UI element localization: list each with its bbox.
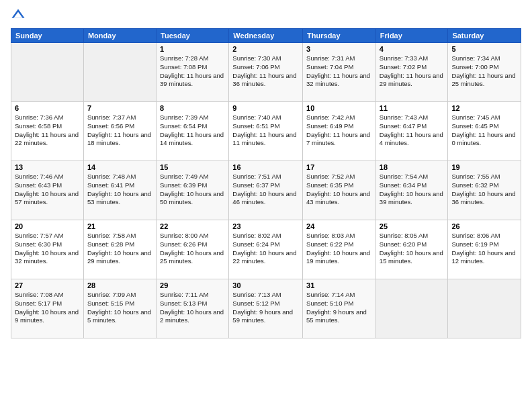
day-number: 31 <box>306 281 372 289</box>
day-number: 5 <box>451 45 517 53</box>
calendar-cell <box>375 279 448 338</box>
calendar-cell: 19Sunrise: 7:55 AMSunset: 6:32 PMDayligh… <box>448 161 521 220</box>
calendar-cell: 17Sunrise: 7:52 AMSunset: 6:35 PMDayligh… <box>303 161 376 220</box>
calendar-week-row: 27Sunrise: 7:08 AMSunset: 5:17 PMDayligh… <box>11 279 521 338</box>
calendar-cell: 26Sunrise: 8:06 AMSunset: 6:19 PMDayligh… <box>448 220 521 279</box>
day-number: 8 <box>160 104 225 112</box>
day-info: Sunrise: 8:05 AMSunset: 6:20 PMDaylight:… <box>380 232 445 266</box>
day-info: Sunrise: 7:48 AMSunset: 6:41 PMDaylight:… <box>87 173 152 207</box>
logo-icon <box>11 8 26 23</box>
day-info: Sunrise: 7:43 AMSunset: 6:47 PMDaylight:… <box>380 113 445 148</box>
day-number: 22 <box>160 222 225 230</box>
page: SundayMondayTuesdayWednesdayThursdayFrid… <box>0 0 532 411</box>
calendar-cell: 2Sunrise: 7:30 AMSunset: 7:06 PMDaylight… <box>229 43 303 102</box>
calendar-cell: 15Sunrise: 7:49 AMSunset: 6:39 PMDayligh… <box>157 161 229 220</box>
day-number: 18 <box>380 163 445 171</box>
day-info: Sunrise: 7:14 AMSunset: 5:10 PMDaylight:… <box>306 291 372 325</box>
calendar-cell: 22Sunrise: 8:00 AMSunset: 6:26 PMDayligh… <box>157 220 229 279</box>
day-number: 4 <box>380 45 445 53</box>
calendar-cell: 30Sunrise: 7:13 AMSunset: 5:12 PMDayligh… <box>229 279 303 338</box>
day-number: 10 <box>306 104 372 112</box>
day-number: 25 <box>380 222 445 230</box>
calendar-cell: 4Sunrise: 7:33 AMSunset: 7:02 PMDaylight… <box>375 43 448 102</box>
calendar-week-row: 1Sunrise: 7:28 AMSunset: 7:08 PMDaylight… <box>11 43 521 102</box>
calendar-cell: 11Sunrise: 7:43 AMSunset: 6:47 PMDayligh… <box>375 102 448 161</box>
day-info: Sunrise: 7:46 AMSunset: 6:43 PMDaylight:… <box>15 173 80 207</box>
day-info: Sunrise: 7:51 AMSunset: 6:37 PMDaylight:… <box>232 173 299 207</box>
calendar-cell: 7Sunrise: 7:37 AMSunset: 6:56 PMDaylight… <box>83 102 156 161</box>
calendar-cell: 31Sunrise: 7:14 AMSunset: 5:10 PMDayligh… <box>303 279 376 338</box>
day-number: 15 <box>160 163 225 171</box>
day-number: 6 <box>15 104 80 112</box>
day-number: 3 <box>306 45 372 53</box>
calendar-cell: 29Sunrise: 7:11 AMSunset: 5:13 PMDayligh… <box>157 279 229 338</box>
day-info: Sunrise: 7:55 AMSunset: 6:32 PMDaylight:… <box>451 173 517 207</box>
day-number: 27 <box>15 281 80 289</box>
day-info: Sunrise: 7:30 AMSunset: 7:06 PMDaylight:… <box>232 54 299 89</box>
calendar-cell: 27Sunrise: 7:08 AMSunset: 5:17 PMDayligh… <box>11 279 84 338</box>
weekday-header: Tuesday <box>157 29 229 43</box>
calendar-cell: 3Sunrise: 7:31 AMSunset: 7:04 PMDaylight… <box>303 43 376 102</box>
day-number: 2 <box>232 45 299 53</box>
calendar-cell: 9Sunrise: 7:40 AMSunset: 6:51 PMDaylight… <box>229 102 303 161</box>
day-number: 24 <box>306 222 372 230</box>
day-info: Sunrise: 7:33 AMSunset: 7:02 PMDaylight:… <box>380 54 445 89</box>
day-info: Sunrise: 7:45 AMSunset: 6:45 PMDaylight:… <box>451 113 517 148</box>
day-info: Sunrise: 7:11 AMSunset: 5:13 PMDaylight:… <box>160 291 225 325</box>
day-info: Sunrise: 7:31 AMSunset: 7:04 PMDaylight:… <box>306 54 372 89</box>
day-info: Sunrise: 7:54 AMSunset: 6:34 PMDaylight:… <box>380 173 445 207</box>
calendar-cell: 25Sunrise: 8:05 AMSunset: 6:20 PMDayligh… <box>375 220 448 279</box>
day-info: Sunrise: 7:28 AMSunset: 7:08 PMDaylight:… <box>160 54 225 89</box>
day-number: 19 <box>451 163 517 171</box>
day-info: Sunrise: 7:57 AMSunset: 6:30 PMDaylight:… <box>15 232 80 266</box>
calendar-cell: 1Sunrise: 7:28 AMSunset: 7:08 PMDaylight… <box>157 43 229 102</box>
day-number: 13 <box>15 163 80 171</box>
calendar-cell: 16Sunrise: 7:51 AMSunset: 6:37 PMDayligh… <box>229 161 303 220</box>
header <box>11 8 521 23</box>
calendar-cell: 28Sunrise: 7:09 AMSunset: 5:15 PMDayligh… <box>83 279 156 338</box>
calendar-cell: 12Sunrise: 7:45 AMSunset: 6:45 PMDayligh… <box>448 102 521 161</box>
day-info: Sunrise: 8:06 AMSunset: 6:19 PMDaylight:… <box>451 232 517 266</box>
day-number: 1 <box>160 45 225 53</box>
day-info: Sunrise: 8:00 AMSunset: 6:26 PMDaylight:… <box>160 232 225 266</box>
day-number: 21 <box>87 222 152 230</box>
day-info: Sunrise: 7:36 AMSunset: 6:58 PMDaylight:… <box>15 113 80 148</box>
calendar-cell <box>11 43 84 102</box>
day-info: Sunrise: 7:37 AMSunset: 6:56 PMDaylight:… <box>87 113 152 148</box>
calendar: SundayMondayTuesdayWednesdayThursdayFrid… <box>11 28 521 338</box>
day-number: 29 <box>160 281 225 289</box>
calendar-cell: 21Sunrise: 7:58 AMSunset: 6:28 PMDayligh… <box>83 220 156 279</box>
day-info: Sunrise: 7:39 AMSunset: 6:54 PMDaylight:… <box>160 113 225 148</box>
day-info: Sunrise: 7:49 AMSunset: 6:39 PMDaylight:… <box>160 173 225 207</box>
day-number: 16 <box>232 163 299 171</box>
day-number: 20 <box>15 222 80 230</box>
calendar-cell: 6Sunrise: 7:36 AMSunset: 6:58 PMDaylight… <box>11 102 84 161</box>
weekday-header: Wednesday <box>229 29 303 43</box>
day-info: Sunrise: 7:40 AMSunset: 6:51 PMDaylight:… <box>232 113 299 148</box>
calendar-cell: 5Sunrise: 7:34 AMSunset: 7:00 PMDaylight… <box>448 43 521 102</box>
day-number: 11 <box>380 104 445 112</box>
weekday-header: Sunday <box>11 29 84 43</box>
day-info: Sunrise: 8:02 AMSunset: 6:24 PMDaylight:… <box>232 232 299 266</box>
weekday-header: Thursday <box>303 29 376 43</box>
logo <box>11 8 28 23</box>
day-number: 14 <box>87 163 152 171</box>
calendar-cell <box>448 279 521 338</box>
calendar-week-row: 6Sunrise: 7:36 AMSunset: 6:58 PMDaylight… <box>11 102 521 161</box>
day-number: 26 <box>451 222 517 230</box>
day-info: Sunrise: 7:58 AMSunset: 6:28 PMDaylight:… <box>87 232 152 266</box>
calendar-cell: 18Sunrise: 7:54 AMSunset: 6:34 PMDayligh… <box>375 161 448 220</box>
day-number: 28 <box>87 281 152 289</box>
day-info: Sunrise: 7:34 AMSunset: 7:00 PMDaylight:… <box>451 54 517 89</box>
calendar-cell: 13Sunrise: 7:46 AMSunset: 6:43 PMDayligh… <box>11 161 84 220</box>
day-number: 12 <box>451 104 517 112</box>
weekday-header-row: SundayMondayTuesdayWednesdayThursdayFrid… <box>11 29 521 43</box>
day-info: Sunrise: 7:09 AMSunset: 5:15 PMDaylight:… <box>87 291 152 325</box>
day-info: Sunrise: 7:42 AMSunset: 6:49 PMDaylight:… <box>306 113 372 148</box>
calendar-cell: 24Sunrise: 8:03 AMSunset: 6:22 PMDayligh… <box>303 220 376 279</box>
weekday-header: Monday <box>83 29 156 43</box>
day-info: Sunrise: 7:08 AMSunset: 5:17 PMDaylight:… <box>15 291 80 325</box>
day-number: 9 <box>232 104 299 112</box>
calendar-cell: 8Sunrise: 7:39 AMSunset: 6:54 PMDaylight… <box>157 102 229 161</box>
day-info: Sunrise: 7:13 AMSunset: 5:12 PMDaylight:… <box>232 291 299 325</box>
